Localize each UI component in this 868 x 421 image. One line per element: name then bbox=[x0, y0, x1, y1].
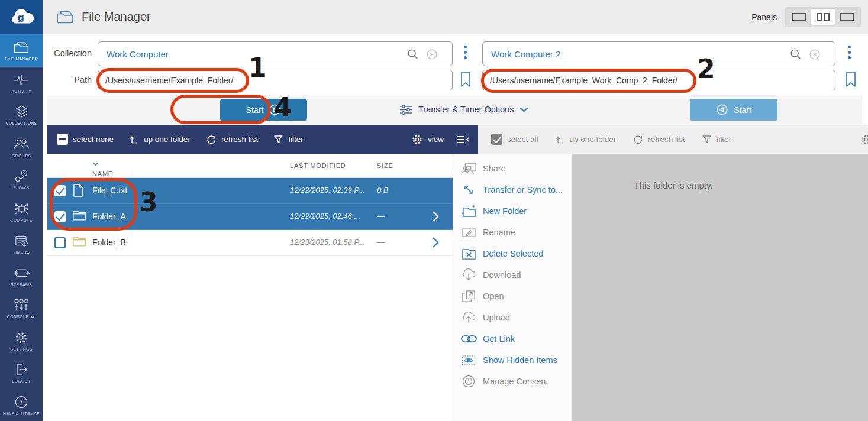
bookmark-icon[interactable] bbox=[845, 71, 857, 88]
sidebar-item-help-sitemap[interactable]: ?HELP & SITEMAP bbox=[0, 389, 43, 421]
collection-input-left[interactable] bbox=[98, 41, 453, 66]
view-button[interactable]: view bbox=[860, 134, 868, 145]
sidebar-item-logout[interactable]: LOGOUT bbox=[0, 357, 43, 389]
sidebar-item-timers[interactable]: TIMERS bbox=[0, 228, 43, 260]
select-all-button[interactable]: select all bbox=[491, 134, 538, 145]
search-icon[interactable] bbox=[406, 48, 420, 61]
select-all-label: select all bbox=[507, 135, 538, 144]
sidebar-item-label: SETTINGS bbox=[10, 347, 33, 351]
menu-item-label: New Folder bbox=[483, 206, 527, 216]
compute-icon bbox=[14, 201, 30, 216]
search-icon[interactable] bbox=[789, 48, 802, 61]
collapse-menu-button[interactable] bbox=[457, 135, 470, 144]
chevron-right-icon[interactable] bbox=[432, 236, 440, 249]
folder-icon bbox=[72, 235, 86, 247]
folder-icon bbox=[72, 209, 86, 221]
sidebar-item-label: TIMERS bbox=[13, 250, 30, 254]
new-folder-icon bbox=[460, 204, 477, 218]
menu-item-get-link[interactable]: Get Link bbox=[453, 328, 572, 349]
menu-item-label: Manage Consent bbox=[483, 377, 548, 386]
view-button[interactable]: view bbox=[411, 134, 444, 145]
chevron-down-icon bbox=[30, 315, 36, 319]
sidebar-item-settings[interactable]: SETTINGS bbox=[0, 325, 43, 357]
sidebar-item-label: LOGOUT bbox=[12, 379, 31, 383]
menu-item-rename[interactable]: Rename bbox=[453, 222, 572, 243]
up-one-folder-label: up one folder bbox=[144, 135, 191, 144]
select-none-checkbox[interactable] bbox=[57, 134, 68, 145]
file-icon bbox=[72, 183, 83, 197]
row-checkbox[interactable] bbox=[54, 211, 66, 222]
file-rows: File_C.txt12/22/2025, 02:39 P...0 BFolde… bbox=[47, 178, 453, 256]
rename-icon bbox=[460, 226, 477, 238]
clear-collection-icon[interactable] bbox=[425, 48, 438, 61]
menu-item-delete-selected[interactable]: Delete Selected bbox=[453, 243, 572, 264]
menu-item-new-folder[interactable]: New Folder bbox=[453, 200, 572, 222]
left-collection-menu-icon[interactable] bbox=[464, 46, 467, 59]
filter-button[interactable]: filter bbox=[273, 134, 304, 144]
action-menu-panel: ShareTransfer or Sync to...New FolderRen… bbox=[453, 154, 573, 421]
sidebar-item-label: FLOWS bbox=[14, 186, 30, 190]
bookmark-icon[interactable] bbox=[460, 71, 472, 88]
last-modified: 12/22/2025, 02:39 P... bbox=[290, 186, 364, 195]
sidebar-item-file-manager[interactable]: FILE MANAGER bbox=[0, 34, 43, 67]
menu-item-label: Open bbox=[483, 292, 504, 301]
collection-input-right[interactable] bbox=[482, 41, 835, 66]
panels-area: Panels bbox=[751, 7, 861, 27]
console-icon bbox=[14, 297, 29, 313]
table-row[interactable]: File_C.txt12/22/2025, 02:39 P...0 B bbox=[47, 178, 453, 204]
sidebar-item-activity[interactable]: ACTIVITY bbox=[0, 67, 43, 99]
table-row[interactable]: Folder_A12/22/2025, 02:46 ...— bbox=[47, 204, 453, 230]
column-header-size[interactable]: SIZE bbox=[377, 162, 393, 169]
path-input-left[interactable] bbox=[98, 70, 453, 90]
start-transfer-right-button[interactable]: Start bbox=[690, 99, 777, 121]
row-checkbox[interactable] bbox=[54, 237, 66, 248]
refresh-icon bbox=[206, 134, 217, 145]
row-checkbox[interactable] bbox=[54, 185, 66, 196]
up-one-folder-button[interactable]: up one folder bbox=[129, 134, 191, 144]
activity-icon bbox=[14, 72, 29, 88]
menu-item-manage-consent[interactable]: Manage Consent bbox=[453, 371, 572, 392]
filter-button[interactable]: filter bbox=[702, 134, 732, 144]
select-none-button[interactable]: select none bbox=[57, 134, 114, 145]
sidebar-item-flows[interactable]: FLOWS bbox=[0, 163, 43, 196]
chevron-down-icon bbox=[519, 107, 528, 112]
up-one-folder-button[interactable]: up one folder bbox=[555, 134, 617, 144]
dual-panel-button[interactable] bbox=[811, 9, 835, 25]
refresh-list-button[interactable]: refresh list bbox=[633, 134, 685, 145]
sidebar-item-label: ACTIVITY bbox=[11, 89, 31, 93]
chevron-right-icon[interactable] bbox=[432, 210, 440, 223]
refresh-list-button[interactable]: refresh list bbox=[206, 134, 258, 145]
sidebar-item-label: COMPUTE bbox=[10, 218, 32, 222]
start-transfer-left-button[interactable]: Start bbox=[220, 99, 307, 121]
column-header-modified[interactable]: LAST MODIFIED bbox=[290, 162, 346, 169]
sidebar-nav: FILE MANAGERACTIVITYCOLLECTIONSGROUPSFLO… bbox=[0, 34, 43, 421]
menu-item-upload[interactable]: Upload bbox=[453, 307, 572, 328]
single-panel-alt-button[interactable] bbox=[835, 9, 859, 25]
file-name: Folder_A bbox=[92, 212, 126, 221]
menu-item-label: Rename bbox=[483, 228, 515, 237]
menu-item-transfer-or-sync-to[interactable]: Transfer or Sync to... bbox=[453, 179, 572, 200]
transfer-timer-options-toggle[interactable]: Transfer & Timer Options bbox=[399, 95, 528, 124]
sidebar-item-compute[interactable]: COMPUTE bbox=[0, 196, 43, 228]
sidebar-item-streams[interactable]: STREAMS bbox=[0, 260, 43, 293]
menu-item-download[interactable]: Download bbox=[453, 264, 572, 286]
sidebar-item-console[interactable]: CONSOLE bbox=[0, 292, 43, 325]
last-modified: 12/23/2025, 01:58 P... bbox=[290, 238, 364, 247]
menu-item-label: Upload bbox=[483, 313, 510, 322]
path-input-right[interactable] bbox=[482, 70, 835, 90]
sidebar-item-collections[interactable]: COLLECTIONS bbox=[0, 99, 43, 131]
column-header-name[interactable]: NAME bbox=[92, 162, 99, 166]
collections-icon bbox=[14, 104, 29, 119]
table-row[interactable]: Folder_B12/23/2025, 01:58 P...— bbox=[47, 230, 453, 256]
menu-item-share[interactable]: Share bbox=[453, 158, 572, 179]
menu-item-show-hidden-items[interactable]: Show Hidden Items bbox=[453, 349, 572, 371]
right-list-toolbar: select all up one folder refresh list fi… bbox=[478, 125, 868, 154]
delete-icon bbox=[460, 248, 477, 260]
sidebar-item-groups[interactable]: GROUPS bbox=[0, 131, 43, 164]
single-panel-button[interactable] bbox=[788, 9, 811, 25]
right-collection-menu-icon[interactable] bbox=[848, 46, 851, 59]
globus-logo[interactable]: g bbox=[0, 0, 43, 34]
menu-item-open[interactable]: Open bbox=[453, 286, 572, 307]
clear-collection-icon[interactable] bbox=[808, 48, 821, 61]
select-all-checkbox[interactable] bbox=[491, 134, 502, 145]
